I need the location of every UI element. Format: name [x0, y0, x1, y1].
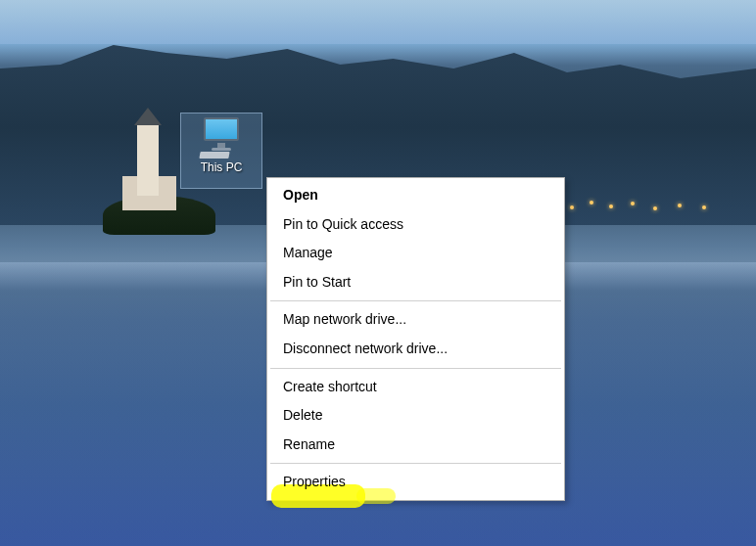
desktop-icon-label: This PC — [201, 160, 243, 174]
context-menu: Open Pin to Quick access Manage Pin to S… — [266, 177, 565, 501]
menu-item-properties[interactable]: Properties — [269, 468, 562, 497]
computer-icon — [198, 115, 245, 159]
lights-decoration — [541, 191, 736, 220]
menu-divider — [270, 300, 561, 301]
sky-decoration — [0, 0, 756, 44]
menu-item-delete[interactable]: Delete — [269, 401, 562, 431]
menu-item-open[interactable]: Open — [269, 181, 562, 210]
menu-item-map-network-drive[interactable]: Map network drive... — [269, 305, 562, 335]
desktop-background: This PC Open Pin to Quick access Manage … — [0, 0, 756, 546]
menu-item-pin-quick-access[interactable]: Pin to Quick access — [269, 210, 562, 240]
menu-divider — [270, 463, 561, 464]
menu-item-rename[interactable]: Rename — [269, 431, 562, 460]
this-pc-desktop-icon[interactable]: This PC — [180, 113, 262, 189]
menu-item-disconnect-network-drive[interactable]: Disconnect network drive... — [269, 335, 562, 364]
menu-item-create-shortcut[interactable]: Create shortcut — [269, 373, 562, 402]
menu-divider — [270, 368, 561, 369]
menu-item-manage[interactable]: Manage — [269, 239, 562, 268]
menu-item-pin-start[interactable]: Pin to Start — [269, 268, 562, 297]
